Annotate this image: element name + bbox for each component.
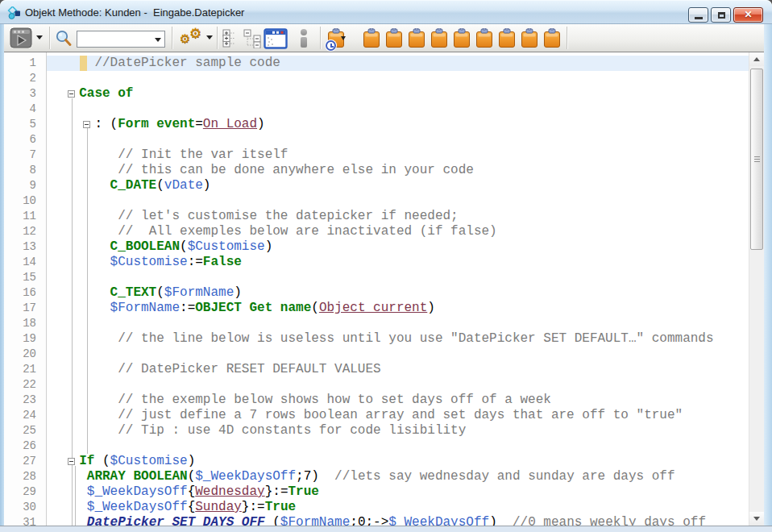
line-number-gutter[interactable]: 1234567891011121314151617181920212223242…	[4, 52, 47, 526]
info-button[interactable]	[299, 29, 309, 48]
line-number[interactable]: 1	[4, 56, 47, 71]
run-method-button[interactable]	[9, 27, 33, 52]
scroll-up-button[interactable]	[749, 52, 765, 66]
fold-collapse-box[interactable]	[68, 458, 75, 465]
code-line-9[interactable]: C_DATE(vDate)	[64, 178, 749, 193]
line-number[interactable]: 4	[4, 102, 47, 117]
line-number[interactable]: 11	[4, 209, 47, 224]
macros-window-icon[interactable]	[264, 28, 288, 49]
line-number[interactable]: 16	[4, 285, 47, 301]
line-number[interactable]: 19	[4, 331, 47, 347]
titlebar[interactable]: Objekt Methode: Kunden - Eingabe.Datepic…	[0, 0, 772, 24]
clipboard-slot-8-button[interactable]	[520, 28, 539, 49]
code-line-18[interactable]	[64, 316, 749, 331]
clipboard-slot-2-button[interactable]	[384, 28, 404, 49]
code-editor[interactable]: 1234567891011121314151617181920212223242…	[4, 52, 749, 526]
line-number[interactable]: 13	[4, 239, 47, 255]
vertical-scrollbar[interactable]	[749, 52, 764, 526]
method-properties-button[interactable]: ⚙ ⚙	[178, 27, 205, 50]
line-number[interactable]: 12	[4, 224, 47, 239]
line-number[interactable]: 3	[4, 86, 47, 102]
code-line-12[interactable]: // All exemples below are inactivated (i…	[64, 224, 749, 239]
search-dropdown-icon[interactable]	[155, 38, 161, 42]
code-pane[interactable]: //DatePicker sample code Case of : (Form…	[47, 52, 749, 526]
line-number[interactable]: 26	[4, 438, 47, 454]
minimize-button[interactable]	[688, 7, 708, 23]
code-line-4[interactable]	[64, 102, 749, 117]
search-combobox[interactable]	[77, 31, 165, 48]
line-number[interactable]: 8	[4, 163, 47, 178]
search-input[interactable]	[78, 32, 151, 46]
clipboard-slot-9-button[interactable]	[542, 28, 562, 49]
code-line-31[interactable]: DatePicker SET DAYS OFF ($FormName;0;->$…	[64, 515, 749, 526]
code-line-26[interactable]	[64, 438, 749, 454]
line-number[interactable]: 6	[4, 132, 47, 148]
line-number[interactable]: 29	[4, 484, 47, 500]
expand-all-icon[interactable]	[222, 29, 239, 48]
code-line-3[interactable]: Case of	[64, 86, 749, 102]
line-number[interactable]: 15	[4, 270, 47, 285]
code-line-8[interactable]: // this can be done anywhere else in you…	[64, 163, 749, 178]
line-number[interactable]: 31	[4, 515, 47, 526]
code-line-29[interactable]: $_WeekDaysOff{Wednesday}:=True	[64, 484, 749, 500]
line-number[interactable]: 28	[4, 469, 47, 484]
line-number[interactable]: 9	[4, 178, 47, 193]
line-number[interactable]: 17	[4, 301, 47, 316]
line-number[interactable]: 22	[4, 377, 47, 393]
code-token: Case of	[79, 86, 133, 101]
code-line-23[interactable]: // the exemple below shows how to set da…	[64, 393, 749, 408]
code-line-30[interactable]: $_WeekDaysOff{Sunday}:=True	[64, 500, 749, 515]
clipboard-history-dropdown[interactable]	[341, 36, 346, 40]
code-line-5[interactable]: : (Form event=On Load)	[64, 117, 749, 132]
fold-collapse-box[interactable]	[83, 121, 90, 128]
run-method-dropdown[interactable]	[36, 35, 43, 39]
code-line-7[interactable]: // Init the var itself	[64, 148, 749, 163]
code-line-16[interactable]: C_TEXT($FormName)	[64, 285, 749, 301]
code-line-2[interactable]	[64, 71, 749, 86]
code-token: // just define a 7 rows boolean array an…	[118, 408, 683, 422]
close-button[interactable]: ✕	[733, 7, 763, 23]
line-number[interactable]: 10	[4, 193, 47, 209]
collapse-all-icon[interactable]	[243, 29, 263, 48]
scrollbar-thumb[interactable]	[750, 69, 763, 250]
clipboard-slot-3-button[interactable]	[407, 28, 426, 49]
line-number[interactable]: 2	[4, 71, 47, 86]
line-number[interactable]: 20	[4, 347, 47, 362]
line-number[interactable]: 14	[4, 255, 47, 270]
line-number[interactable]: 18	[4, 316, 47, 331]
code-line-28[interactable]: ARRAY BOOLEAN($_WeekDaysOff;7) //lets sa…	[64, 469, 749, 484]
code-line-27[interactable]: If ($Customise)	[64, 454, 749, 469]
clipboard-slot-5-button[interactable]	[452, 28, 471, 49]
line-number[interactable]: 5	[4, 117, 47, 132]
code-line-20[interactable]	[64, 347, 749, 362]
scroll-down-button[interactable]	[749, 512, 765, 526]
code-line-1[interactable]: //DatePicker sample code	[47, 56, 749, 71]
line-number[interactable]: 21	[4, 362, 47, 377]
line-number[interactable]: 23	[4, 393, 47, 408]
code-line-22[interactable]	[64, 377, 749, 393]
code-line-24[interactable]: // just define a 7 rows boolean array an…	[64, 408, 749, 423]
fold-collapse-box[interactable]	[68, 90, 75, 98]
clipboard-slot-6-button[interactable]	[475, 28, 494, 49]
code-line-19[interactable]: // the line below is useless until you u…	[64, 331, 749, 347]
line-number[interactable]: 7	[4, 148, 47, 163]
code-line-21[interactable]: // DatePicker RESET DEFAULT VALUES	[64, 362, 749, 377]
code-line-10[interactable]	[64, 193, 749, 209]
line-number[interactable]: 27	[4, 454, 47, 469]
maximize-button[interactable]	[711, 7, 731, 23]
code-line-15[interactable]	[64, 270, 749, 285]
code-line-11[interactable]: // let's customise the datepicker if nee…	[64, 209, 749, 224]
code-token: Sunday	[195, 500, 242, 514]
code-line-14[interactable]: $Customise:=False	[64, 255, 749, 270]
code-line-6[interactable]	[64, 132, 749, 148]
properties-dropdown[interactable]	[206, 35, 213, 39]
clipboard-slot-7-button[interactable]	[497, 28, 517, 49]
clipboard-slot-4-button[interactable]	[430, 28, 449, 49]
clipboard-slot-1-button[interactable]	[362, 28, 381, 49]
code-line-13[interactable]: C_BOOLEAN($Customise)	[64, 239, 749, 255]
line-number[interactable]: 25	[4, 423, 47, 438]
line-number[interactable]: 30	[4, 500, 47, 515]
line-number[interactable]: 24	[4, 408, 47, 423]
code-line-25[interactable]: // Tip : use 4D constants for code lisib…	[64, 423, 749, 438]
code-line-17[interactable]: $FormName:=OBJECT Get name(Object curren…	[64, 301, 749, 316]
